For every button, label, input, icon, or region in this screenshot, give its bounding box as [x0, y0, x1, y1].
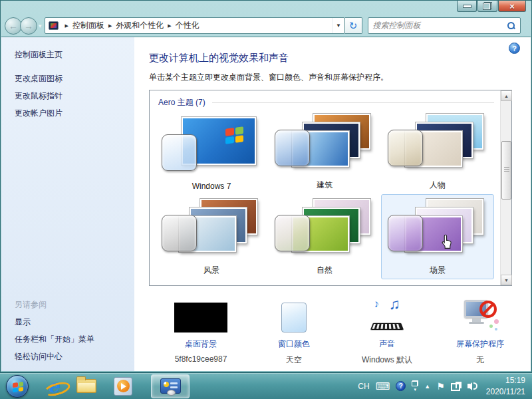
- theme-thumbnail: [388, 199, 487, 263]
- search-icon[interactable]: [507, 21, 515, 30]
- breadcrumb-appearance[interactable]: 外观和个性化: [116, 20, 164, 31]
- restore-button[interactable]: [477, 1, 497, 12]
- screensaver-item[interactable]: 屏幕保护程序 无: [434, 298, 527, 366]
- language-indicator[interactable]: CH: [358, 382, 369, 391]
- theme-group-label: Aero 主题 (7): [158, 97, 205, 108]
- music-note-icon: ♫: [389, 295, 400, 313]
- scroll-down-arrow[interactable]: ▼: [501, 275, 512, 285]
- clock[interactable]: 15:19 2020/11/21: [486, 375, 525, 396]
- window-color-value: 天空: [286, 354, 302, 366]
- theme-thumbnail: [275, 114, 374, 178]
- navigation-bar: ← → ▾ ▶ 控制面板 ▶ 外观和个性化 ▶ 个性化 ▼ ↻ 搜索控制面板: [1, 15, 531, 37]
- page-title: 更改计算机上的视觉效果和声音: [149, 52, 531, 65]
- media-player-icon: [114, 377, 132, 396]
- themes-grid: Windows 7 建筑: [155, 109, 494, 279]
- window-body: 控制面板主页 更改桌面图标 更改鼠标指针 更改帐户图片 另请参阅 显示 任务栏和…: [1, 37, 531, 371]
- breadcrumb-control-panel[interactable]: 控制面板: [72, 20, 104, 31]
- sounds-link[interactable]: 声音: [379, 338, 395, 350]
- glass-square: [162, 134, 197, 171]
- sidebar-item-change-desktop-icons[interactable]: 更改桌面图标: [15, 73, 63, 84]
- sidebar-item-taskbar-start-menu[interactable]: 任务栏和「开始」菜单: [15, 334, 94, 345]
- sounds-icon[interactable]: ♪ ♫: [368, 298, 406, 332]
- sidebar-item-change-mouse-pointers[interactable]: 更改鼠标指针: [15, 90, 63, 102]
- theme-item-architecture[interactable]: 建筑: [268, 109, 381, 194]
- desktop-background-link[interactable]: 桌面背景: [185, 338, 217, 350]
- see-also-header: 另请参阅: [15, 299, 47, 311]
- start-button[interactable]: [6, 375, 29, 398]
- address-bar[interactable]: ▶ 控制面板 ▶ 外观和个性化 ▶ 个性化 ▼: [45, 17, 345, 34]
- window-color-thumbnail[interactable]: [281, 303, 307, 332]
- taskbar-item-internet-explorer[interactable]: e: [48, 377, 59, 395]
- bubble-decoration: [494, 319, 499, 324]
- control-panel-icon: [49, 21, 59, 30]
- breadcrumb-personalization[interactable]: 个性化: [176, 20, 200, 31]
- sidebar-item-display[interactable]: 显示: [15, 317, 31, 328]
- scrollbar[interactable]: ▲ ▼: [500, 90, 511, 285]
- folder-icon: [76, 379, 96, 393]
- theme-item-landscapes[interactable]: 风景: [155, 194, 268, 279]
- sidebar-item-ease-of-access[interactable]: 轻松访问中心: [15, 351, 63, 362]
- sidebar-item-control-panel-home[interactable]: 控制面板主页: [15, 49, 63, 61]
- volume-icon[interactable]: [467, 382, 477, 390]
- sounds-item[interactable]: ♪ ♫ 声音 Windows 默认: [340, 298, 434, 366]
- clock-time: 15:19: [486, 375, 525, 386]
- internet-explorer-icon: e: [48, 377, 59, 395]
- theme-list: Aero 主题 (7) Windows 7: [149, 90, 512, 286]
- tray-help-icon[interactable]: ?: [396, 381, 406, 391]
- screensaver-link[interactable]: 屏幕保护程序: [456, 338, 504, 350]
- screensaver-value: 无: [476, 354, 484, 366]
- network-icon[interactable]: [451, 382, 462, 391]
- scrollbar-thumb[interactable]: [501, 141, 511, 200]
- theme-item-characters[interactable]: 人物: [381, 109, 494, 194]
- control-panel-window-icon: [160, 378, 181, 394]
- glass-square: [388, 215, 423, 251]
- restore-windows-icon: [412, 380, 418, 386]
- theme-item-scenes[interactable]: 场景: [381, 194, 494, 279]
- recent-pages-dropdown[interactable]: ▾: [39, 23, 42, 29]
- theme-label: 人物: [430, 180, 446, 191]
- address-dropdown-arrow[interactable]: ▼: [332, 18, 344, 33]
- action-center-flag-icon[interactable]: ⚑: [436, 381, 445, 392]
- piano-keyboard-icon: [370, 323, 404, 331]
- theme-item-windows7[interactable]: Windows 7: [155, 109, 268, 194]
- minimize-button[interactable]: [457, 1, 477, 12]
- window-color-item[interactable]: 窗口颜色 天空: [247, 298, 340, 366]
- window-color-link[interactable]: 窗口颜色: [278, 338, 310, 350]
- taskbar-item-explorer[interactable]: [76, 379, 96, 393]
- back-icon: ←: [9, 21, 18, 31]
- page-subtitle: 单击某个主题立即更改桌面背景、窗口颜色、声音和屏幕保护程序。: [149, 72, 531, 83]
- input-method-icon[interactable]: ▾: [412, 380, 418, 392]
- restore-icon: [483, 3, 491, 9]
- refresh-button[interactable]: ↻: [345, 17, 362, 34]
- close-button[interactable]: ×: [498, 1, 526, 12]
- show-hidden-icons-button[interactable]: ▲: [424, 383, 430, 390]
- theme-thumbnail: [162, 199, 261, 263]
- theme-label: 风景: [203, 265, 219, 276]
- personalization-window: × ← → ▾ ▶ 控制面板 ▶ 外观和个性化 ▶ 个性化 ▼ ↻ 搜索控制面板: [0, 0, 532, 372]
- taskbar-item-control-panel-active[interactable]: [151, 374, 190, 398]
- refresh-icon: ↻: [349, 20, 358, 32]
- scroll-up-arrow[interactable]: ▲: [501, 90, 512, 101]
- close-icon: ×: [509, 1, 515, 11]
- system-tray: CH ⌨ ? ▾ ▲ ⚑ 15:19 2020/11/21: [358, 375, 532, 396]
- search-placeholder: 搜索控制面板: [373, 20, 507, 31]
- desktop-background-value: 5f8fc19cee987: [175, 354, 227, 364]
- sidebar-item-change-account-picture[interactable]: 更改帐户图片: [15, 108, 63, 119]
- help-button[interactable]: ?: [509, 43, 520, 54]
- title-bar[interactable]: ×: [1, 1, 531, 15]
- breadcrumb-separator-icon: ▶: [104, 23, 116, 29]
- desktop-background-thumbnail[interactable]: [174, 303, 227, 332]
- help-icon: ?: [512, 45, 517, 53]
- desktop-background-item[interactable]: 桌面背景 5f8fc19cee987: [154, 298, 247, 366]
- theme-item-nature[interactable]: 自然: [268, 194, 381, 279]
- forward-button[interactable]: →: [20, 17, 37, 35]
- forward-icon: →: [24, 21, 33, 31]
- keyboard-icon[interactable]: ⌨: [376, 380, 390, 392]
- main-content: ? 更改计算机上的视觉效果和声音 单击某个主题立即更改桌面背景、窗口颜色、声音和…: [134, 37, 531, 371]
- search-box[interactable]: 搜索控制面板: [368, 17, 521, 34]
- taskbar-item-media-player[interactable]: [114, 377, 132, 396]
- screensaver-icon[interactable]: [462, 298, 499, 332]
- glass-square: [275, 130, 310, 166]
- theme-label: 场景: [430, 265, 446, 276]
- windows-logo-icon: [13, 381, 23, 392]
